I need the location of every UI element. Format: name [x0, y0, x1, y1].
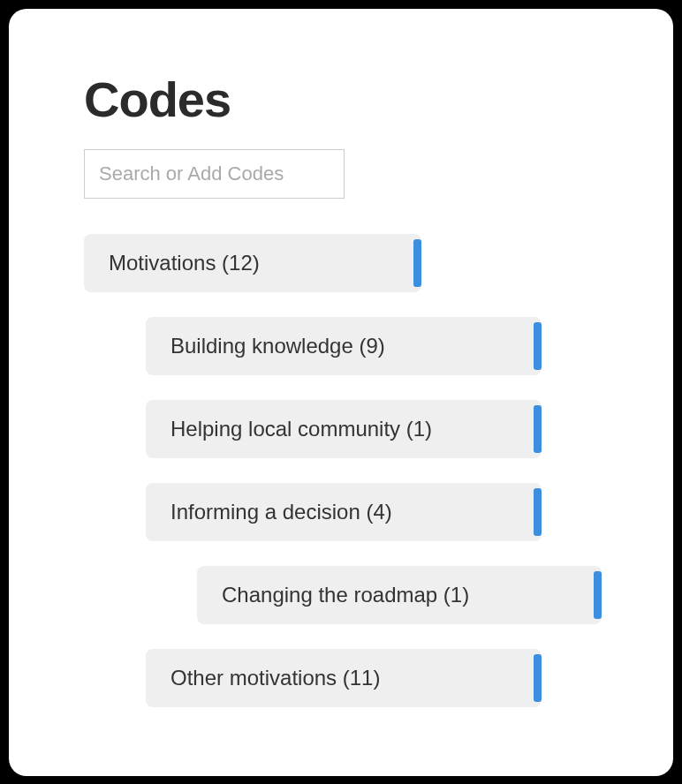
code-label: Helping local community (1) [170, 417, 432, 441]
code-label: Motivations (12) [109, 251, 260, 275]
code-label: Changing the roadmap (1) [222, 583, 469, 607]
code-color-stripe [534, 654, 542, 702]
code-item-motivations[interactable]: Motivations (12) [84, 234, 421, 292]
code-item-other-motivations[interactable]: Other motivations (11) [146, 649, 542, 707]
code-label: Other motivations (11) [170, 666, 380, 690]
code-list: Motivations (12) Building knowledge (9) … [84, 234, 620, 707]
code-item-helping-local-community[interactable]: Helping local community (1) [146, 400, 542, 458]
codes-panel: Codes Motivations (12) Building knowledg… [9, 9, 673, 776]
code-color-stripe [534, 405, 542, 453]
search-input[interactable] [84, 149, 345, 199]
code-label: Informing a decision (4) [170, 500, 392, 524]
code-item-changing-the-roadmap[interactable]: Changing the roadmap (1) [197, 566, 602, 624]
code-color-stripe [534, 322, 542, 370]
code-color-stripe [413, 239, 421, 287]
code-item-informing-a-decision[interactable]: Informing a decision (4) [146, 483, 542, 541]
code-color-stripe [534, 488, 542, 536]
code-color-stripe [594, 571, 602, 619]
code-label: Building knowledge (9) [170, 334, 385, 358]
page-title: Codes [84, 71, 620, 128]
code-item-building-knowledge[interactable]: Building knowledge (9) [146, 317, 542, 375]
